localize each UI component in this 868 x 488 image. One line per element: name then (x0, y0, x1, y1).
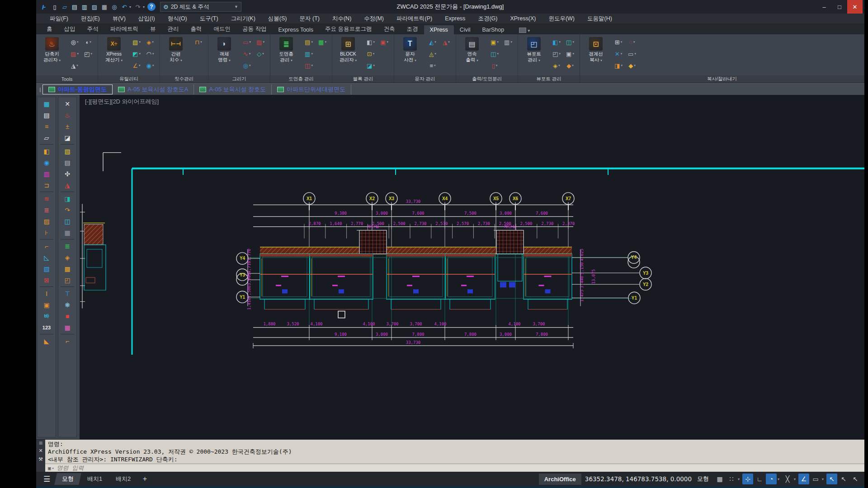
green-pipes-icon[interactable]: ≣ (59, 240, 75, 252)
mouse-icon[interactable]: ◖▾ (81, 37, 95, 47)
add-layout-button[interactable]: + (138, 475, 151, 483)
monitor-icon[interactable]: ▦ (38, 98, 55, 109)
cursor-doc-icon[interactable]: ◪ (59, 132, 75, 143)
ribbon-tab-5[interactable]: 관리 (162, 24, 185, 34)
menu-item-15[interactable]: 윈도우(W) (542, 14, 581, 23)
pen-doc-icon[interactable]: ▧ (59, 145, 75, 157)
hatch3-icon[interactable]: ▩ (59, 263, 75, 274)
ribbon-tab-11[interactable]: 건축 (378, 24, 401, 34)
menu-item-1[interactable]: 편집(E) (75, 14, 106, 23)
fire2-icon[interactable]: ♨ (59, 109, 75, 121)
archioffice-button[interactable]: ArchiOffice (539, 474, 581, 485)
grid-icon[interactable]: ▦ (714, 474, 725, 484)
layout-tab-2[interactable]: 배치2 (108, 473, 139, 485)
maximize-button[interactable]: □ (832, 0, 847, 14)
table-icon[interactable]: ▦ (59, 227, 75, 238)
wrench-icon[interactable]: ⚒ (38, 456, 43, 462)
wedge-icon[interactable]: ◣ (38, 335, 55, 347)
menu-item-6[interactable]: 그리기(K) (225, 14, 262, 23)
command-history[interactable]: 명령: ArchiOffice XPress Version 23.03, 저작… (45, 440, 864, 464)
region-icon[interactable]: ◈▾ (143, 37, 157, 47)
plot-icon[interactable]: ▦ (99, 2, 109, 12)
help-icon[interactable]: ? (147, 3, 156, 11)
dynamic-input-icon[interactable]: ⊹ (742, 474, 753, 484)
osnap-icon[interactable]: ╳ (782, 474, 793, 484)
curve-icon[interactable]: ↷ (59, 204, 75, 216)
vp-max-icon[interactable]: ▣▾ (563, 48, 577, 59)
ribbon-tab-2[interactable]: 주석 (81, 24, 104, 34)
hatch-box-icon[interactable]: ▨ (38, 216, 55, 227)
snap-icon[interactable]: ∷ (726, 474, 737, 484)
command-input-row[interactable]: ▣▾ 명령 입력 (45, 464, 864, 472)
polar-tracking-icon-caret[interactable]: ▾ (778, 477, 781, 481)
diamond-icon[interactable]: ◈ (59, 252, 75, 263)
undo-icon[interactable]: ↶ (119, 2, 129, 12)
menu-item-9[interactable]: 치수(N) (326, 14, 358, 23)
cyan-seg-icon[interactable]: ◫ (59, 216, 75, 227)
close-button[interactable]: ✕ (847, 0, 863, 14)
system-icon[interactable]: ◉▾ (143, 60, 157, 71)
ibeam-icon[interactable]: Ⅰ (38, 288, 55, 299)
ribbon-tab-6[interactable]: 출력 (185, 24, 208, 34)
doc-tab-0[interactable]: 아파트-동평입면도 (42, 84, 113, 94)
dim-seat-icon[interactable]: ⊓▾ (192, 37, 205, 47)
vp-lock-icon[interactable]: ◈▾ (550, 60, 563, 71)
spline-icon[interactable]: ∿▾ (240, 48, 254, 59)
erase-icon[interactable]: ◌▾ (625, 37, 639, 47)
block-attr-icon[interactable]: ◪▾ (364, 60, 377, 71)
arc-icon[interactable]: ◠▾ (143, 48, 157, 59)
pedit-icon[interactable]: ∠▾ (130, 60, 143, 71)
dock-grip-icon[interactable]: ▦ (39, 441, 43, 445)
pen-icon[interactable]: ◺ (38, 252, 55, 263)
big-button-3[interactable]: ◗객체명령 ▾ (211, 36, 237, 64)
menu-item-3[interactable]: 삽입(I) (132, 14, 161, 23)
123-text-icon[interactable]: 123 (38, 322, 55, 333)
search-icon[interactable]: ◎▾ (68, 37, 81, 47)
redo-icon[interactable]: ↷ (133, 2, 143, 12)
minimize-button[interactable]: – (816, 0, 832, 14)
command-prompt-icon[interactable]: ▣▾ (48, 465, 54, 471)
ribbon-tab-15[interactable]: BarShop (476, 25, 510, 34)
ribbon-tab-8[interactable]: 공동 작업 (236, 24, 272, 34)
plot-batch-icon[interactable]: ▣▾ (488, 37, 501, 47)
big-button-2[interactable]: ⊢⊣간편치수 ▾ (163, 36, 189, 64)
block-replace-icon[interactable]: ▣▾ (377, 37, 391, 47)
cut-icon[interactable]: ✕▾ (612, 48, 625, 59)
wall-icon[interactable]: ≡ (38, 121, 55, 132)
stack-icon[interactable]: ≣ (38, 204, 55, 216)
menu-item-7[interactable]: 심볼(S) (262, 14, 293, 23)
big-button-0[interactable]: ♨단축키관리자 ▾ (39, 36, 65, 64)
close-command-icon[interactable]: ✕ (38, 448, 42, 454)
teal-box-icon[interactable]: ◨ (59, 193, 75, 204)
big-button-4[interactable]: ≣도면층관리 ▾ (273, 36, 299, 64)
x-cut-icon[interactable]: ✕ (59, 98, 75, 109)
big-button-8[interactable]: ◰뷰포트관리 ▾ (521, 36, 547, 64)
lineweight-icon[interactable]: ▭ (810, 474, 821, 484)
corner-icon[interactable]: ⌐ (59, 335, 75, 347)
vp-scale-icon[interactable]: ◫▾ (563, 37, 577, 47)
ribbon-overflow-menu[interactable]: ▾ (516, 26, 533, 34)
ribbon-tab-13[interactable]: XPress (424, 25, 454, 34)
red-box-icon[interactable]: ■ (59, 310, 75, 322)
wipeout-icon[interactable]: ▭▾ (625, 48, 639, 59)
copy-boundary-icon[interactable]: ⊞▾ (612, 37, 625, 47)
model-space-label[interactable]: 모형 (695, 475, 711, 483)
layer-freeze-icon[interactable]: ▥▾ (302, 48, 316, 59)
vp-new-icon[interactable]: ◧▾ (550, 37, 563, 47)
cursor-add-icon[interactable]: ↖ (838, 474, 849, 484)
preview-icon[interactable]: ◎ (109, 2, 119, 12)
workspace-selector[interactable]: ⚙ 2D 제도 & 주석 ▼ (160, 2, 241, 12)
text-style-icon[interactable]: ◭▾ (426, 37, 439, 47)
viewport-controls-label[interactable]: [-][평면도][2D 와이어프레임] (85, 98, 159, 106)
layer-walk-icon[interactable]: ▦▾ (316, 37, 329, 47)
ribbon-tab-12[interactable]: 조경 (401, 24, 424, 34)
polar-tracking-icon[interactable]: ◔ (766, 474, 777, 484)
publish-icon[interactable]: ▥▾ (501, 37, 515, 47)
big-button-7[interactable]: ▤연속출력 ▾ (459, 36, 485, 64)
layer-isolate-icon[interactable]: ◫▾ (302, 60, 316, 71)
menu-hamburger-icon[interactable]: ☰ (40, 474, 54, 484)
menu-item-14[interactable]: XPress(X) (504, 14, 542, 23)
frame-icon[interactable]: ▣ (38, 299, 55, 310)
layout-tab-1[interactable]: 배치1 (80, 473, 110, 485)
printer-icon[interactable]: ▤ (59, 157, 75, 168)
